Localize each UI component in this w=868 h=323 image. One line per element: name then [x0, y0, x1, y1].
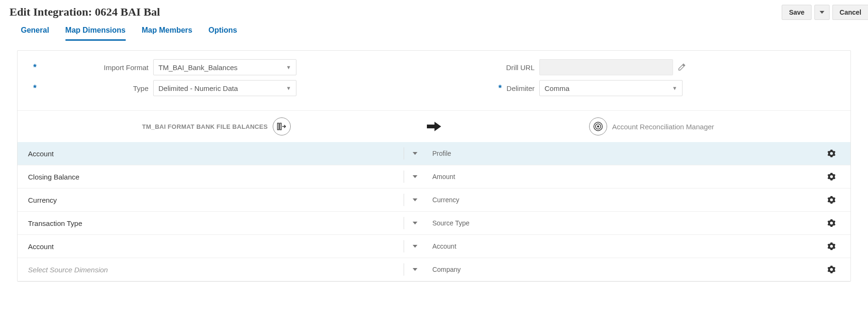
- tab-map-members[interactable]: Map Members: [142, 26, 193, 41]
- gear-icon: [828, 219, 835, 227]
- type-select[interactable]: Delimited - Numeric Data ▼: [153, 80, 296, 96]
- source-dimension-cell: Select Source Dimension: [28, 266, 402, 274]
- chevron-down-icon: ▼: [672, 85, 677, 91]
- row-settings-button[interactable]: [828, 242, 835, 250]
- type-value: Delimited - Numeric Data: [158, 84, 238, 92]
- chevron-down-icon: [820, 11, 824, 14]
- source-dimension-cell: Transaction Type: [28, 219, 402, 227]
- drill-url-label: Drill URL: [506, 63, 539, 72]
- chevron-down-icon: [404, 240, 421, 252]
- delimiter-value: Comma: [545, 84, 570, 92]
- chevron-down-icon: ▼: [286, 85, 291, 91]
- svg-rect-0: [277, 123, 279, 130]
- import-format-label: Import Format: [39, 63, 153, 72]
- pencil-icon: [678, 63, 685, 71]
- edit-drill-url-button[interactable]: [678, 63, 685, 71]
- chevron-down-icon: [404, 263, 421, 276]
- cancel-button[interactable]: Cancel: [832, 5, 868, 20]
- gear-icon: [828, 173, 835, 180]
- table-row[interactable]: Closing BalanceAmount: [18, 165, 850, 188]
- type-label: Type: [39, 84, 153, 92]
- save-menu-button[interactable]: [814, 5, 830, 20]
- svg-point-4: [597, 126, 599, 127]
- delimiter-label: Delimiter: [507, 84, 539, 92]
- row-settings-button[interactable]: [828, 196, 835, 204]
- gear-icon: [828, 242, 835, 250]
- target-dimension-cell: Account: [423, 242, 822, 250]
- required-marker: *: [29, 83, 37, 93]
- chevron-down-icon: [404, 170, 421, 183]
- tab-bar: General Map Dimensions Map Members Optio…: [0, 22, 868, 41]
- table-row[interactable]: CurrencyCurrency: [18, 188, 850, 212]
- target-dimension-cell: Company: [423, 266, 822, 273]
- chevron-down-icon: [404, 194, 421, 206]
- target-dimension-cell: Source Type: [423, 219, 822, 227]
- source-dimension-cell: Account: [28, 150, 402, 158]
- source-dropdown[interactable]: [402, 147, 423, 160]
- delimiter-select[interactable]: Comma ▼: [539, 80, 683, 96]
- table-row[interactable]: AccountProfile: [18, 142, 850, 165]
- gear-icon: [828, 150, 835, 157]
- arrow-right-icon: [426, 121, 442, 132]
- chevron-down-icon: [404, 147, 421, 160]
- row-settings-button[interactable]: [828, 266, 835, 273]
- target-label: Account Reconciliation Manager: [612, 123, 714, 131]
- gear-icon: [828, 266, 835, 273]
- drill-url-field[interactable]: [539, 59, 673, 75]
- chevron-down-icon: [404, 217, 421, 229]
- svg-rect-1: [280, 123, 281, 130]
- chevron-down-icon: ▼: [286, 64, 291, 70]
- row-settings-button[interactable]: [828, 219, 835, 227]
- target-icon: [589, 117, 607, 135]
- row-settings-button[interactable]: [828, 173, 835, 180]
- source-icon: [273, 117, 291, 135]
- tab-general[interactable]: General: [21, 26, 49, 41]
- dimension-mapping-table: AccountProfileClosing BalanceAmountCurre…: [18, 142, 850, 281]
- tab-options[interactable]: Options: [208, 26, 237, 41]
- source-dimension-cell: Closing Balance: [28, 173, 402, 181]
- row-settings-button[interactable]: [828, 150, 835, 157]
- table-row[interactable]: AccountAccount: [18, 235, 850, 258]
- target-bullseye-icon: [593, 121, 603, 132]
- source-dropdown[interactable]: [402, 194, 423, 206]
- gear-icon: [828, 196, 835, 204]
- source-label: TM_BAI FORMAT BANK FILE BALANCES: [142, 123, 268, 130]
- columns-arrow-icon: [277, 122, 287, 131]
- page-title: Edit Integration: 0624 BAI Bal: [9, 6, 160, 18]
- import-format-select[interactable]: TM_BAI_Bank_Balances ▼: [153, 59, 296, 75]
- target-dimension-cell: Amount: [423, 173, 822, 180]
- tab-map-dimensions[interactable]: Map Dimensions: [65, 26, 126, 41]
- source-dimension-cell: Account: [28, 242, 402, 251]
- main-panel: * Import Format TM_BAI_Bank_Balances ▼ D…: [17, 50, 851, 282]
- save-button[interactable]: Save: [782, 5, 812, 20]
- source-dropdown[interactable]: [402, 217, 423, 229]
- source-dropdown[interactable]: [402, 263, 423, 276]
- table-row[interactable]: Transaction TypeSource Type: [18, 212, 850, 235]
- source-dropdown[interactable]: [402, 240, 423, 252]
- required-marker: *: [494, 83, 502, 93]
- source-dropdown[interactable]: [402, 170, 423, 183]
- target-dimension-cell: Currency: [423, 196, 822, 204]
- required-marker: *: [29, 63, 37, 72]
- table-row[interactable]: Select Source DimensionCompany: [18, 258, 850, 281]
- target-dimension-cell: Profile: [423, 150, 822, 157]
- import-format-value: TM_BAI_Bank_Balances: [158, 63, 238, 72]
- source-dimension-cell: Currency: [28, 196, 402, 204]
